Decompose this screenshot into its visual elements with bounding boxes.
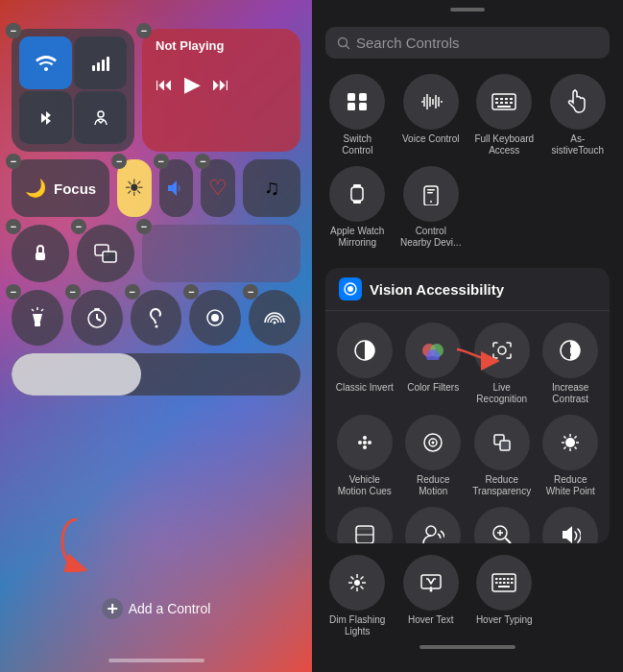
remove-timer[interactable] [65, 284, 81, 300]
ctrl-hover-typing[interactable]: Hover Typing [472, 555, 537, 637]
svg-rect-50 [353, 184, 361, 187]
svg-rect-30 [359, 103, 367, 110]
svg-rect-112 [499, 582, 502, 584]
rewind-icon[interactable]: ⏮ [156, 75, 173, 95]
svg-point-53 [430, 201, 432, 203]
wifi-toggle[interactable] [19, 36, 72, 89]
bluetooth-toggle[interactable] [19, 91, 72, 144]
ctrl-speak-screen[interactable]: Speak Screen [541, 507, 601, 543]
connectivity-widget[interactable] [12, 29, 134, 152]
bottom-controls-grid: Dim Flashing Lights Hover Text [325, 555, 610, 637]
search-section: Search Controls [312, 15, 623, 66]
hover-text-label: Hover Text [408, 614, 454, 626]
ctrl-reduce-white[interactable]: Reduce White Point [541, 415, 601, 497]
ctrl-nearby[interactable]: Control Nearby Devi... [399, 166, 464, 249]
heart-widget[interactable]: ♡ [201, 159, 235, 217]
cc-row-2: 🌙 Focus ☀ ♡ ♫ [12, 159, 300, 217]
top-controls-section: Switch Control Voice Contr [312, 66, 623, 268]
brightness-widget[interactable]: ☀ [117, 159, 152, 217]
svg-line-100 [361, 577, 364, 580]
remove-signal[interactable] [243, 284, 258, 300]
ctrl-switch-control[interactable]: Switch Control [325, 74, 390, 156]
ctrl-increase-contrast[interactable]: Increase Contrast [541, 323, 601, 405]
ctrl-hover-text[interactable]: Hover Text [399, 555, 464, 637]
svg-point-21 [274, 322, 276, 324]
search-bar[interactable]: Search Controls [325, 27, 610, 59]
nearby-icon [403, 166, 459, 222]
assistive-touch-icon [550, 74, 606, 130]
remove-mute[interactable] [154, 154, 169, 169]
svg-point-103 [429, 589, 432, 592]
hearing-widget[interactable] [131, 290, 182, 346]
airdrop-toggle[interactable] [74, 91, 127, 144]
voiceover-icon [405, 507, 461, 543]
switch-control-label: Switch Control [326, 133, 388, 156]
flashlight-widget[interactable] [12, 290, 63, 346]
record-widget[interactable] [189, 290, 241, 346]
add-control-label: Add a Control [129, 601, 211, 616]
svg-rect-54 [427, 189, 435, 191]
ctrl-apple-watch[interactable]: Apple Watch Mirroring [325, 166, 390, 249]
remove-record[interactable] [183, 284, 199, 300]
screen-mirror-widget[interactable] [77, 225, 134, 282]
svg-marker-9 [33, 314, 42, 322]
smart-invert-icon [337, 507, 393, 543]
ctrl-full-keyboard[interactable]: Full Keyboard Access [472, 74, 537, 156]
svg-rect-107 [499, 578, 502, 580]
mute-widget[interactable] [159, 159, 194, 217]
increase-contrast-label: Increase Contrast [541, 382, 601, 405]
svg-rect-106 [495, 578, 498, 580]
now-playing-widget[interactable]: Not Playing ⏮ ▶ ⏭ [142, 29, 300, 152]
cc-row-5 [12, 353, 300, 396]
increase-contrast-icon [542, 323, 598, 378]
timer-widget[interactable] [71, 290, 123, 346]
ctrl-assistive-touch[interactable]: As-sistiveTouch [546, 74, 611, 156]
red-arrow-reduce-motion [455, 342, 499, 374]
svg-rect-17 [94, 308, 100, 310]
svg-rect-114 [507, 582, 510, 584]
remove-heart[interactable] [195, 154, 210, 169]
cellular-toggle[interactable] [74, 36, 127, 89]
ctrl-vehicle-motion[interactable]: Vehicle Motion Cues [335, 415, 395, 497]
remove-lock[interactable] [6, 219, 21, 234]
svg-rect-3 [102, 60, 105, 71]
svg-rect-8 [103, 252, 116, 262]
remove-brightness[interactable] [111, 154, 127, 169]
ctrl-reduce-motion[interactable]: Reduce Motion [404, 415, 464, 497]
control-center: Not Playing ⏮ ▶ ⏭ 🌙 Focus ☀ [12, 29, 300, 403]
svg-rect-48 [497, 106, 511, 108]
ctrl-voice-control[interactable]: Voice Control [399, 74, 464, 156]
reduce-transparency-icon [474, 415, 530, 470]
add-control-button[interactable]: Add a Control [102, 598, 211, 619]
ctrl-classic-invert[interactable]: Classic Invert [335, 323, 395, 405]
music-status: Not Playing [156, 38, 287, 53]
svg-rect-76 [500, 441, 510, 450]
remove-blank[interactable] [136, 219, 152, 234]
fast-forward-icon[interactable]: ⏭ [212, 75, 229, 95]
remove-flashlight[interactable] [6, 284, 21, 300]
remove-focus[interactable] [6, 154, 21, 169]
rotation-lock-widget[interactable] [12, 225, 69, 282]
svg-marker-92 [563, 526, 572, 543]
color-filters-label: Color Filters [407, 382, 459, 394]
svg-line-85 [564, 447, 566, 449]
ctrl-smart-invert[interactable]: Smart Invert [335, 507, 395, 543]
ctrl-zoom[interactable]: Zoom [472, 507, 532, 543]
play-icon[interactable]: ▶ [184, 72, 201, 97]
remove-music-note[interactable] [6, 23, 21, 38]
remove-mirror[interactable] [71, 219, 86, 234]
signal-widget[interactable] [249, 290, 300, 346]
ctrl-dim-flashing[interactable]: Dim Flashing Lights [325, 555, 390, 637]
left-panel: Not Playing ⏮ ▶ ⏭ 🌙 Focus ☀ [0, 0, 312, 672]
volume-slider[interactable] [12, 353, 300, 396]
reduce-motion-icon [405, 415, 461, 470]
remove-music[interactable] [136, 23, 152, 38]
ctrl-color-filters[interactable]: Color Filters [404, 323, 464, 405]
reduce-transparency-label: Reduce Transparency [472, 474, 532, 497]
ctrl-voiceover[interactable]: VoiceOver [404, 507, 464, 543]
focus-widget[interactable]: 🌙 Focus [12, 159, 109, 217]
svg-point-74 [432, 442, 435, 444]
ctrl-reduce-transparency[interactable]: Reduce Transparency [472, 415, 532, 497]
remove-hearing[interactable] [125, 284, 140, 300]
svg-rect-41 [500, 98, 503, 100]
